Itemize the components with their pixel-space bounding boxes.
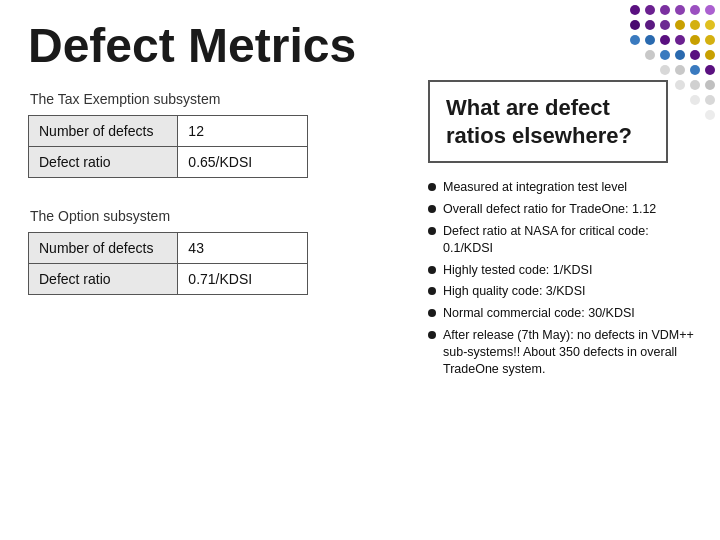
list-item-text: High quality code: 3/KDSI — [443, 283, 585, 300]
table-row: Defect ratio 0.65/KDSI — [29, 146, 308, 177]
page-title: Defect Metrics — [28, 20, 418, 73]
table-row: Number of defects 43 — [29, 232, 308, 263]
metric-label: Number of defects — [29, 115, 178, 146]
metrics-table-2: Number of defects 43 Defect ratio 0.71/K… — [28, 232, 308, 295]
metric-value: 0.65/KDSI — [178, 146, 308, 177]
metric-value: 0.71/KDSI — [178, 263, 308, 294]
subsystem2-label: The Option subsystem — [28, 208, 418, 224]
metric-value: 43 — [178, 232, 308, 263]
subsystem1-label: The Tax Exemption subsystem — [28, 91, 418, 107]
bullet-list: Measured at integration test levelOveral… — [428, 179, 700, 383]
bullet-icon — [428, 331, 436, 339]
metric-label: Number of defects — [29, 232, 178, 263]
list-item-text: Highly tested code: 1/KDSI — [443, 262, 592, 279]
list-item: High quality code: 3/KDSI — [428, 283, 700, 300]
list-item: Overall defect ratio for TradeOne: 1.12 — [428, 201, 700, 218]
list-item-text: Defect ratio at NASA for critical code: … — [443, 223, 700, 257]
bullet-icon — [428, 183, 436, 191]
right-column: What are defect ratios elsewhere? Measur… — [418, 20, 700, 520]
metric-value: 12 — [178, 115, 308, 146]
callout-box: What are defect ratios elsewhere? — [428, 80, 668, 163]
bullet-icon — [428, 309, 436, 317]
list-item-text: Normal commercial code: 30/KDSI — [443, 305, 635, 322]
bullet-icon — [428, 266, 436, 274]
bullet-icon — [428, 227, 436, 235]
list-item-text: Measured at integration test level — [443, 179, 627, 196]
list-item: Normal commercial code: 30/KDSI — [428, 305, 700, 322]
list-item-text: Overall defect ratio for TradeOne: 1.12 — [443, 201, 656, 218]
table-row: Number of defects 12 — [29, 115, 308, 146]
table-row: Defect ratio 0.71/KDSI — [29, 263, 308, 294]
metrics-table-1: Number of defects 12 Defect ratio 0.65/K… — [28, 115, 308, 178]
metric-label: Defect ratio — [29, 263, 178, 294]
list-item: Highly tested code: 1/KDSI — [428, 262, 700, 279]
list-item-text: After release (7th May): no defects in V… — [443, 327, 700, 378]
metric-label: Defect ratio — [29, 146, 178, 177]
bullet-icon — [428, 287, 436, 295]
list-item: Defect ratio at NASA for critical code: … — [428, 223, 700, 257]
left-column: Defect Metrics The Tax Exemption subsyst… — [28, 20, 418, 520]
list-item: Measured at integration test level — [428, 179, 700, 196]
bullet-icon — [428, 205, 436, 213]
list-item: After release (7th May): no defects in V… — [428, 327, 700, 378]
